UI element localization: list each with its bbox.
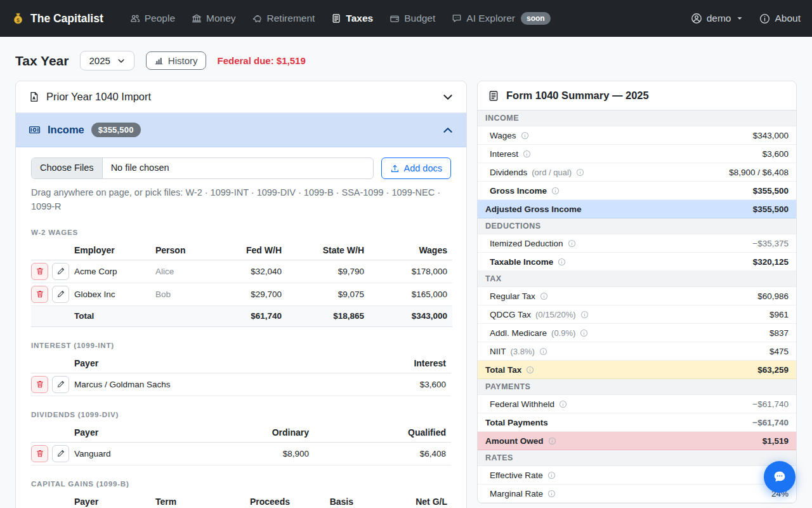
edit-row-button[interactable] xyxy=(52,376,69,393)
nav-item-label: Retirement xyxy=(267,13,315,24)
banknote-icon xyxy=(29,124,41,136)
info-circle-icon[interactable] xyxy=(521,131,529,140)
file-input[interactable]: Choose Files No file chosen xyxy=(31,157,374,179)
row-label: NIIT xyxy=(490,347,506,356)
nav-item-taxes[interactable]: Taxes xyxy=(325,8,379,29)
info-circle-icon[interactable] xyxy=(551,187,560,195)
info-circle-icon[interactable] xyxy=(558,258,566,266)
info-circle-icon[interactable] xyxy=(547,471,556,479)
row-value: $837 xyxy=(769,328,789,338)
row-label: Itemized Deduction xyxy=(490,239,563,248)
user-label: demo xyxy=(707,13,731,24)
nav-item-label: Budget xyxy=(404,13,435,24)
cell-person: Bob xyxy=(155,283,209,305)
interest-table: PayerInterestMarcus / Goldman Sachs$3,60… xyxy=(31,354,451,396)
info-circle-icon[interactable] xyxy=(580,311,589,319)
row-value: $1,519 xyxy=(763,436,789,446)
trash-icon xyxy=(36,267,44,276)
capital-gains-table: PayerTermProceedsBasisNet G/LVanguardlon… xyxy=(31,492,452,508)
income-tables: W-2 WAGESEmployerPersonFed W/HState W/HW… xyxy=(31,229,451,508)
upload-icon xyxy=(390,164,400,173)
actions-column-header xyxy=(31,241,74,260)
trash-icon xyxy=(36,290,44,298)
row-label: QDCG Tax xyxy=(490,310,531,319)
info-circle-icon[interactable] xyxy=(559,400,567,408)
pdf-file-icon xyxy=(29,91,39,102)
tax-year-select[interactable]: 2025 xyxy=(80,51,134,70)
prior-year-accordion-header[interactable]: Prior Year 1040 Import xyxy=(16,81,466,113)
nav-item-retirement[interactable]: Retirement xyxy=(246,8,322,29)
brand[interactable]: $ The Capitalist xyxy=(11,12,103,25)
total-cell: Total xyxy=(74,305,155,326)
total-row: Total$61,740$18,865$343,000 xyxy=(31,305,452,326)
row-label: Adjusted Gross Income xyxy=(485,204,582,214)
delete-row-button[interactable] xyxy=(31,263,48,280)
nav-item-label: AI Explorer xyxy=(466,13,515,24)
cell-state-w-h: $9,790 xyxy=(287,260,369,283)
tax-year-value: 2025 xyxy=(89,55,110,66)
summary-row-taxable-income: Taxable Income$320,125 xyxy=(478,253,796,271)
column-header: Payer xyxy=(74,492,155,508)
row-label: Interest xyxy=(490,149,518,159)
edit-row-button[interactable] xyxy=(52,286,69,303)
summary-row-marginal-rate: Marginal Rate24% xyxy=(478,485,796,503)
summary-section-header-deductions: DEDUCTIONS xyxy=(478,218,796,234)
info-circle-icon[interactable] xyxy=(540,292,548,300)
about-label: About xyxy=(775,13,801,24)
soon-badge: soon xyxy=(521,12,551,25)
history-button[interactable]: History xyxy=(146,51,206,70)
cell-wages: $165,000 xyxy=(369,283,452,305)
summary-row-adjusted-gross-income: Adjusted Gross Income$355,500 xyxy=(478,200,796,218)
summary-row-total-payments: Total Payments−$61,740 xyxy=(478,413,796,432)
info-circle-icon[interactable] xyxy=(548,437,556,445)
delete-row-button[interactable] xyxy=(31,445,48,462)
edit-row-button[interactable] xyxy=(52,445,69,462)
chat-fab-button[interactable] xyxy=(764,461,796,493)
nav-item-ai-explorer[interactable]: AI Explorersoon xyxy=(445,7,556,30)
main-content: Prior Year 1040 Import Income $355,500 C… xyxy=(0,81,812,508)
cell-wages: $178,000 xyxy=(369,260,452,283)
row-value: $3,600 xyxy=(763,149,789,159)
add-docs-button[interactable]: Add docs xyxy=(381,157,451,179)
toolbar: Tax Year 2025 History Federal due: $1,51… xyxy=(0,37,812,81)
row-label: Regular Tax xyxy=(490,291,535,301)
nav-item-money[interactable]: Money xyxy=(185,8,242,29)
row-label: Effective Rate xyxy=(490,471,543,480)
info-circle-icon[interactable] xyxy=(568,239,576,248)
pencil-icon xyxy=(56,290,65,298)
column-header: Payer xyxy=(74,354,362,373)
column-header: Basis xyxy=(295,492,358,508)
chevron-up-icon xyxy=(442,124,454,136)
choose-files-button[interactable]: Choose Files xyxy=(32,158,103,178)
row-value: $961 xyxy=(769,310,789,319)
people-icon xyxy=(130,13,140,23)
row-label: Dividends xyxy=(490,168,527,177)
cell-payer: Vanguard xyxy=(74,442,200,465)
w2-wages-table: EmployerPersonFed W/HState W/HWagesAcme … xyxy=(31,241,452,327)
row-sublabel: (ord / qual) xyxy=(532,168,572,177)
piggy-icon xyxy=(252,13,263,23)
nav-item-about[interactable]: About xyxy=(759,13,801,24)
info-circle-icon[interactable] xyxy=(526,366,534,374)
column-header: Wages xyxy=(369,241,452,260)
info-circle-icon[interactable] xyxy=(539,347,547,356)
info-circle-icon[interactable] xyxy=(523,150,531,158)
nav-item-budget[interactable]: Budget xyxy=(383,8,442,29)
income-accordion-header[interactable]: Income $355,500 xyxy=(16,113,466,147)
column-header: Ordinary xyxy=(200,423,314,443)
form-1040-summary-panel: Form 1040 Summary — 2025 INCOMEWages$343… xyxy=(477,81,797,504)
total-cell xyxy=(155,305,209,326)
row-value: −$35,375 xyxy=(752,239,789,248)
info-circle-icon[interactable] xyxy=(547,490,556,498)
delete-row-button[interactable] xyxy=(31,286,48,303)
edit-row-button[interactable] xyxy=(52,263,69,280)
user-menu[interactable]: demo xyxy=(691,13,743,24)
nav-right: demo About xyxy=(691,13,801,24)
info-circle-icon[interactable] xyxy=(576,168,584,177)
delete-row-button[interactable] xyxy=(31,376,48,393)
section-dividends: DIVIDENDS (1099-DIV)PayerOrdinaryQualifi… xyxy=(31,411,451,465)
nav-item-label: Taxes xyxy=(346,13,373,24)
row-sublabel: (3.8%) xyxy=(511,347,535,356)
nav-item-people[interactable]: People xyxy=(124,8,181,29)
info-circle-icon[interactable] xyxy=(580,329,588,337)
